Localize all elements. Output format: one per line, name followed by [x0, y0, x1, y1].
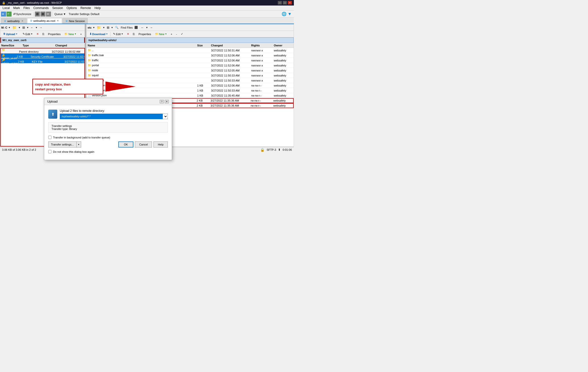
synchronize-button[interactable]: ⇄ Synchronize — [12, 11, 33, 17]
dialog-path-row: ⬆ Upload 2 files to remote directory: — [48, 109, 168, 119]
app-icon: 🔒 — [2, 1, 6, 5]
right-new-btn[interactable]: 📁 New ▼ — [153, 31, 169, 37]
transfer-type-label: Transfer type: Binary — [51, 127, 165, 130]
left-back-btn[interactable]: ← — [29, 25, 35, 30]
cancel-button[interactable]: Cancel — [135, 141, 152, 147]
toolbar-icon5[interactable]: ⚙ — [46, 12, 51, 17]
menu-files[interactable]: Files — [22, 6, 31, 10]
help-button[interactable]: Help — [153, 141, 168, 147]
table-row[interactable]: 📄 config.json.bak 1 KB 3/27/2022 11:50:3… — [87, 88, 294, 93]
left-edit-btn[interactable]: ✎ Edit ▼ — [21, 31, 34, 37]
menu-help[interactable]: Help — [93, 6, 102, 10]
tab-websafety[interactable]: 🖥 websafety ✕ — [1, 18, 27, 24]
right-col-name: Name — [88, 44, 197, 47]
maximize-button[interactable]: □ — [283, 1, 287, 5]
separator1 — [34, 12, 34, 17]
tab-icon2: 🖥 — [30, 19, 32, 22]
minimize-button[interactable]: ─ — [278, 1, 282, 5]
tab-new-session[interactable]: 🖥 New Session — [63, 18, 88, 24]
toolbar-globe-btn[interactable]: 🌐 ▼ — [280, 11, 293, 17]
table-row[interactable]: 📁 portal.bak 3/27/2022 11:50:33 AM rwxrw… — [87, 78, 294, 83]
left-folder-btn[interactable]: 📁 — [11, 25, 18, 30]
right-add-btn[interactable]: + — [169, 31, 174, 37]
dialog-close-btn[interactable]: ✕ — [165, 100, 169, 103]
left-upload-btn[interactable]: ⬆ Upload ▼ — [1, 31, 19, 37]
transfer-settings-split-btn: Transfer settings... ▼ — [48, 141, 81, 147]
tab-websafety-label: websafety — [7, 20, 20, 23]
menu-local[interactable]: Local — [1, 6, 11, 10]
ok-button[interactable]: OK — [118, 141, 133, 147]
left-new-btn[interactable]: 📁 New ▼ — [63, 31, 78, 37]
left-delete-btn[interactable]: ✕ — [35, 31, 40, 37]
right-checkmark-btn[interactable]: ✓ — [179, 31, 185, 37]
tab-websafety-close[interactable]: ✕ — [21, 20, 24, 23]
transfer-settings-dropdown-btn[interactable]: ▼ — [77, 141, 81, 147]
close-button[interactable]: ✕ — [288, 1, 292, 5]
right-edit-btn[interactable]: ✎ Edit ▼ — [111, 31, 125, 37]
table-row[interactable]: 📁 .. 3/27/2022 11:50:31 AM rwxrwxr-x web… — [87, 48, 294, 53]
toolbar-icon1[interactable]: ▤ — [1, 12, 6, 17]
upload-path-dropdown[interactable] — [163, 114, 168, 119]
transfer-settings-btn[interactable]: Transfer settings... — [48, 141, 77, 147]
main-toolbar: ▤ ⟳ ⇄ Synchronize ⬛ ⬛ ⚙ Queue ▼ Transfer… — [0, 11, 294, 18]
right-forward-btn[interactable]: → — [148, 25, 154, 30]
left-nav-toolbar: M: C ▼ 📁 ▼ ▤ ▼ ← ▼ → — [0, 24, 85, 31]
toolbar-icon3[interactable]: ⬛ — [35, 12, 40, 17]
right-copy-btn[interactable]: ⎘ — [131, 31, 136, 37]
path-input-row — [60, 114, 168, 119]
time-label: 0:01:06 — [283, 148, 292, 151]
dialog-body: ⬆ Upload 2 files to remote directory: Tr… — [44, 105, 172, 160]
menu-mark[interactable]: Mark — [12, 6, 22, 10]
dialog-path-section: Upload 2 files to remote directory: — [60, 109, 168, 119]
menu-options[interactable]: Options — [65, 6, 78, 10]
table-row[interactable]: 📁 traffic.bak 3/27/2022 11:52:06 AM rwxr… — [87, 53, 294, 58]
queue-button[interactable]: Queue ▼ — [53, 11, 67, 17]
table-row[interactable]: 📄 version.json 1 KB 3/27/2022 11:35:45 A… — [87, 93, 294, 98]
menu-session[interactable]: Session — [51, 6, 65, 10]
table-row[interactable]: 📁 .. Parent directory 3/27/2022 11:56:02… — [1, 48, 84, 53]
table-row[interactable]: 📁 portal 3/27/2022 11:52:06 AM rwxrwxr-x… — [87, 63, 294, 68]
toolbar-icon2[interactable]: ⟳ — [7, 12, 12, 17]
dialog-title-text: Upload — [47, 100, 58, 103]
left-nav-btn1[interactable]: ▤ — [21, 25, 26, 30]
left-copy-btn[interactable]: ⎘ — [41, 31, 46, 37]
menu-commands[interactable]: Commands — [32, 6, 50, 10]
left-col-name: Name — [1, 44, 9, 47]
toolbar-icon4[interactable]: ⬛ — [40, 12, 45, 17]
menu-remote[interactable]: Remote — [79, 6, 92, 10]
table-row[interactable]: 📁 squid 3/27/2022 11:50:33 AM rwxrwxr-x … — [87, 73, 294, 78]
right-filter-btn[interactable]: 🔍 — [114, 25, 120, 30]
right-minus-btn[interactable]: - — [174, 31, 179, 37]
tab-websafety-root[interactable]: 🖥 websafety-as-root ✕ — [27, 18, 62, 24]
background-checkbox-label: Transfer in background (add to transfer … — [53, 136, 110, 139]
left-add-btn[interactable]: + — [78, 31, 83, 37]
upload-path-input[interactable] — [60, 114, 163, 119]
dialog-controls: ? ✕ — [160, 100, 169, 103]
delete-icon: ✕ — [36, 32, 39, 36]
left-path-bar: M:\_my_own_cert\ — [0, 37, 85, 43]
right-back-btn[interactable]: ← — [140, 25, 145, 30]
folder-new-icon: 📁 — [64, 32, 68, 36]
no-show-checkbox[interactable] — [48, 150, 51, 153]
table-row[interactable]: 🔑 admin_ui.key 2 KB KEY File 3/27/2022 1… — [1, 58, 84, 63]
right-download-btn[interactable]: ⬇ Download ▼ — [88, 31, 110, 37]
right-nav-btn2[interactable]: ⬛ — [133, 25, 139, 30]
table-row[interactable]: 📄 config.json 1 KB 3/27/2022 11:52:06 AM… — [87, 83, 294, 88]
left-properties-btn[interactable]: Properties — [46, 31, 62, 37]
right-nav-btn1[interactable]: ▤ — [105, 25, 111, 30]
background-checkbox[interactable] — [48, 136, 51, 139]
table-row[interactable]: 📁 node 3/27/2022 11:52:05 AM rwxrwxr-x w… — [87, 68, 294, 73]
right-properties-btn[interactable]: Properties — [137, 31, 153, 37]
right-delete-btn[interactable]: ✕ — [125, 31, 131, 37]
tab-icon3: 🖥 — [65, 20, 68, 22]
left-forward-btn[interactable]: → — [38, 25, 44, 30]
right-folder-btn[interactable]: 📁 — [95, 25, 102, 30]
dialog-title: Upload ? ✕ — [44, 98, 172, 105]
status-right: 🔒 SFTP-3 ⬆ 0:01:06 — [260, 148, 292, 152]
table-row[interactable]: 🔒 admin_ui.crt 2 KB Security Certificate… — [1, 53, 84, 58]
dialog-help-btn[interactable]: ? — [160, 100, 164, 103]
tab-websafety-root-label: websafety-as-root — [33, 19, 55, 22]
table-row[interactable]: 📁 traffic 3/27/2022 11:52:06 AM rwxrwxr-… — [87, 58, 294, 63]
tab-websafety-root-close[interactable]: ✕ — [56, 19, 59, 22]
titlebar-left: 🔒 _my_own_cert - websafety-as-root - Win… — [2, 1, 62, 5]
